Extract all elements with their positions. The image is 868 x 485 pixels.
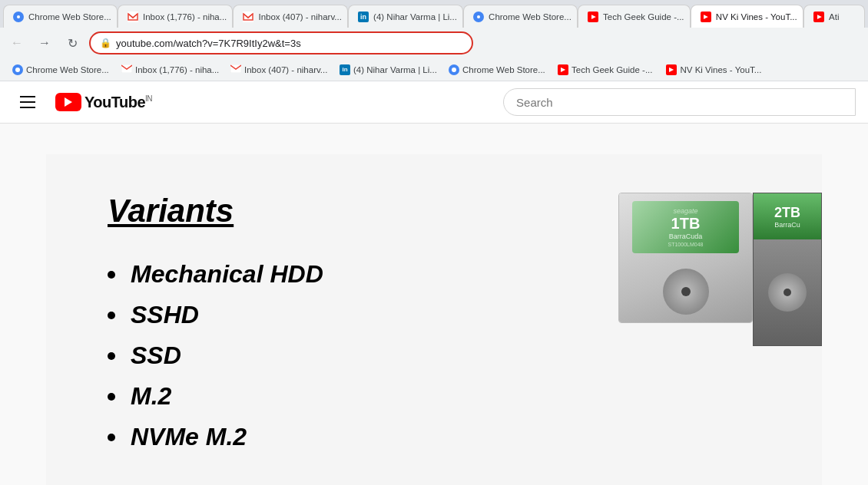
youtube-play-icon bbox=[55, 93, 81, 111]
bm-label-6: Tech Geek Guide -... bbox=[571, 65, 652, 74]
hdd-platter-2 bbox=[768, 273, 807, 312]
bookmark-chrome-web-store-1[interactable]: Chrome Web Store... bbox=[6, 62, 114, 78]
youtube-favicon-3: ▶ bbox=[813, 12, 824, 22]
youtube-page: YouTubeIN Variants Mechanical HDD SSHD bbox=[0, 81, 868, 485]
hdd-image-2tb: 2TB BarraCu bbox=[753, 193, 822, 346]
bm-gmail-icon-1 bbox=[121, 64, 132, 75]
bookmark-chrome-web-store-2[interactable]: Chrome Web Store... bbox=[442, 62, 550, 78]
svg-point-7 bbox=[15, 68, 20, 72]
chrome-favicon-2 bbox=[473, 12, 484, 22]
bullet-text-2: SSHD bbox=[131, 301, 199, 329]
tab-ati[interactable]: ▶ Ati bbox=[803, 5, 865, 28]
bm-label-3: Inbox (407) - niharv... bbox=[244, 65, 327, 74]
hdd-green-band: 2TB BarraCu bbox=[754, 193, 821, 239]
seagate-brand: seagate bbox=[638, 207, 732, 215]
hdd-platter bbox=[663, 269, 709, 315]
tab-label-4: (4) Nihar Varma | Li... bbox=[373, 12, 457, 21]
bm-label-5: Chrome Web Store... bbox=[462, 65, 545, 74]
bookmark-nv-vines[interactable]: ▶ NV Ki Vines - YouT... bbox=[660, 62, 767, 78]
tab-tech-geek[interactable]: ▶ Tech Geek Guide -... bbox=[578, 5, 691, 28]
tab-label-5: Chrome Web Store... bbox=[489, 12, 571, 21]
gmail-favicon-2 bbox=[243, 12, 253, 22]
lock-icon: 🔒 bbox=[100, 38, 111, 48]
reload-button[interactable]: ↻ bbox=[61, 32, 83, 54]
tab-label-8: Ati bbox=[829, 12, 839, 21]
hdd-model-num: ST1000LM048 bbox=[638, 242, 732, 247]
address-text: youtube.com/watch?v=7K7R9ItIy2w&t=3s bbox=[116, 38, 462, 49]
youtube-header: YouTubeIN bbox=[0, 81, 868, 124]
hamburger-line-2 bbox=[20, 101, 35, 103]
bookmarks-bar: Chrome Web Store... Inbox (1,776) - niha… bbox=[0, 58, 868, 81]
svg-rect-3 bbox=[243, 12, 253, 22]
bm-youtube-icon-1: ▶ bbox=[558, 64, 568, 75]
bm-chrome-icon-2 bbox=[449, 64, 459, 75]
youtube-logo[interactable]: YouTubeIN bbox=[55, 93, 152, 111]
gmail-favicon-1 bbox=[128, 12, 138, 22]
forward-button[interactable]: → bbox=[34, 32, 55, 54]
list-item-nvme-m2: NVMe M.2 bbox=[108, 423, 760, 451]
search-input[interactable] bbox=[516, 96, 843, 109]
slide-content: Variants Mechanical HDD SSHD SSD M.2 bbox=[46, 154, 822, 485]
hdd-images: seagate 1TB BarraCuda ST1000LM048 bbox=[618, 193, 822, 346]
tab-label-1: Chrome Web Store... bbox=[28, 12, 111, 21]
bullet-dot-2 bbox=[108, 312, 115, 319]
tab-gmail-inbox-1[interactable]: Inbox (1,776) - niha... bbox=[118, 5, 233, 28]
bookmark-gmail-2[interactable]: Inbox (407) - niharv... bbox=[224, 62, 332, 78]
hdd-capacity-1tb: 1TB bbox=[638, 215, 732, 233]
hdd-body bbox=[768, 239, 807, 345]
bm-chrome-icon-1 bbox=[12, 64, 23, 75]
bm-label-4: (4) Nihar Varma | Li... bbox=[353, 65, 437, 74]
hdd-capacity-2tb: 2TB bbox=[774, 205, 800, 221]
tab-nv-ki-vines[interactable]: ▶ NV Ki Vines - YouT... bbox=[691, 5, 803, 28]
hdd-label-1tb: seagate 1TB BarraCuda ST1000LM048 bbox=[632, 201, 738, 253]
chrome-favicon-1 bbox=[13, 12, 24, 22]
linkedin-favicon: in bbox=[358, 12, 369, 22]
tab-chrome-web-store-1[interactable]: Chrome Web Store... bbox=[3, 5, 118, 28]
browser-chrome: Chrome Web Store... Inbox (1,776) - niha… bbox=[0, 0, 868, 81]
back-button[interactable]: ← bbox=[6, 32, 28, 54]
tab-label-6: Tech Geek Guide -... bbox=[603, 12, 684, 21]
bookmark-gmail-1[interactable]: Inbox (1,776) - niha... bbox=[115, 62, 223, 78]
tab-linkedin[interactable]: in (4) Nihar Varma | Li... bbox=[348, 5, 463, 28]
bookmark-tech-geek[interactable]: ▶ Tech Geek Guide -... bbox=[552, 62, 658, 78]
bm-label-1: Chrome Web Store... bbox=[26, 65, 109, 74]
address-bar[interactable]: 🔒 youtube.com/watch?v=7K7R9ItIy2w&t=3s bbox=[89, 31, 473, 54]
bullet-text-4: M.2 bbox=[131, 382, 171, 411]
hamburger-line-1 bbox=[20, 96, 35, 97]
bullet-text-5: NVMe M.2 bbox=[131, 423, 247, 451]
hdd-model-1: BarraCuda bbox=[638, 233, 732, 240]
bullet-dot-3 bbox=[108, 352, 115, 360]
bm-gmail-icon-2 bbox=[230, 64, 241, 75]
bullet-dot-4 bbox=[108, 393, 115, 401]
hdd-spindle-2 bbox=[784, 289, 791, 296]
bullet-dot-5 bbox=[108, 434, 115, 441]
hamburger-icon bbox=[20, 96, 35, 108]
search-bar[interactable] bbox=[503, 88, 856, 116]
tab-label-2: Inbox (1,776) - niha... bbox=[143, 12, 227, 21]
youtube-favicon-2: ▶ bbox=[701, 12, 711, 22]
bm-linkedin-icon: in bbox=[340, 64, 350, 75]
hdd-spindle bbox=[681, 287, 691, 296]
hamburger-line-3 bbox=[20, 107, 35, 108]
list-item-m2: M.2 bbox=[108, 382, 760, 411]
hdd-model-2: BarraCu bbox=[774, 221, 800, 229]
bullet-text-3: SSD bbox=[131, 341, 181, 370]
tab-chrome-web-store-2[interactable]: Chrome Web Store... bbox=[463, 5, 578, 28]
nav-bar: ← → ↻ 🔒 youtube.com/watch?v=7K7R9ItIy2w&… bbox=[0, 28, 868, 58]
youtube-content: Variants Mechanical HDD SSHD SSD M.2 bbox=[0, 124, 868, 485]
bullet-text-1: Mechanical HDD bbox=[131, 260, 323, 289]
bm-label-2: Inbox (1,776) - niha... bbox=[135, 65, 219, 74]
bookmark-linkedin[interactable]: in (4) Nihar Varma | Li... bbox=[333, 62, 441, 78]
youtube-favicon-1: ▶ bbox=[588, 12, 598, 22]
tab-label-7: NV Ki Vines - YouT... bbox=[716, 12, 797, 21]
hdd-image-1tb: seagate 1TB BarraCuda ST1000LM048 bbox=[618, 193, 753, 323]
svg-point-11 bbox=[452, 68, 456, 72]
bullet-dot-1 bbox=[108, 271, 115, 279]
tabs-bar: Chrome Web Store... Inbox (1,776) - niha… bbox=[0, 0, 868, 28]
hamburger-menu-button[interactable] bbox=[12, 87, 43, 117]
youtube-logo-text: YouTubeIN bbox=[84, 94, 152, 111]
bm-label-7: NV Ki Vines - YouT... bbox=[680, 65, 761, 74]
country-code: IN bbox=[145, 94, 152, 103]
tab-gmail-inbox-2[interactable]: Inbox (407) - niharv... bbox=[233, 5, 348, 28]
tab-label-3: Inbox (407) - niharv... bbox=[258, 12, 341, 21]
